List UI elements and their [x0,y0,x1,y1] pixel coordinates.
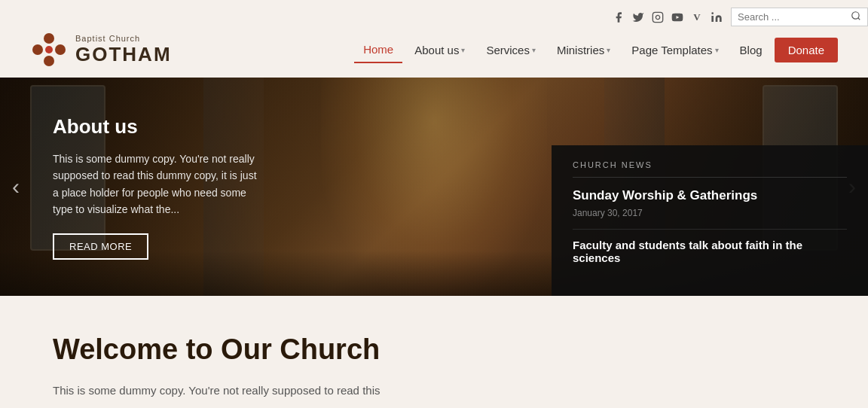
church-news-label: CHURCH NEWS [573,160,847,178]
search-input[interactable] [738,11,851,23]
youtube-icon[interactable] [671,11,684,24]
welcome-body: This is some dummy copy. You're not real… [53,381,815,400]
logo[interactable]: Baptist Church GOTHAM [30,31,172,69]
chevron-down-icon-about: ▾ [461,46,465,54]
svg-line-5 [858,18,860,20]
hero-content: About us This is some dummy copy. You're… [53,115,264,260]
church-news-panel: CHURCH NEWS Sunday Worship & Gatherings … [552,145,868,296]
welcome-title: Welcome to Our Church [53,333,815,366]
top-bar: V [0,0,868,31]
social-icons: V [612,11,723,24]
linkedin-icon[interactable] [710,11,723,24]
news-item-1-date: January 30, 2017 [573,208,847,218]
news-item-1: Sunday Worship & Gatherings January 30, … [573,188,847,218]
logo-text: Baptist Church GOTHAM [75,34,172,66]
nav-item-page-templates[interactable]: Page Templates ▾ [622,38,727,62]
slide-prev-button[interactable]: ‹ [12,174,20,199]
news-item-1-title[interactable]: Sunday Worship & Gatherings [573,188,847,203]
logo-icon [30,31,68,69]
svg-rect-0 [653,12,662,22]
instagram-icon[interactable] [651,11,665,24]
hero-button-label: READ MORE [69,241,132,252]
nav-templates-label: Page Templates [631,44,712,56]
hero-body: This is some dummy copy. You're not real… [53,151,264,218]
svg-point-3 [711,12,714,14]
nav-home-label: Home [363,43,393,56]
welcome-section: Welcome to Our Church This is some dummy… [53,333,815,400]
chevron-down-icon-ministries: ▾ [607,46,610,54]
nav-item-ministries[interactable]: Ministries ▾ [548,38,619,62]
svg-point-7 [44,56,54,66]
hero-section: About us This is some dummy copy. You're… [0,78,868,296]
svg-point-6 [44,33,54,44]
nav-item-about[interactable]: About us ▾ [405,38,474,62]
header: V Ba [0,0,868,78]
nav-donate-label: Donate [788,44,824,56]
nav-services-label: Services [486,44,530,56]
nav-item-donate[interactable]: Donate [775,38,838,62]
main-nav: Home About us ▾ Services ▾ Ministries ▾ … [354,37,838,63]
chevron-left-icon: ‹ [12,174,20,199]
vimeo-icon[interactable]: V [690,11,704,24]
facebook-icon[interactable] [612,11,625,24]
nav-item-services[interactable]: Services ▾ [477,38,545,62]
logo-nav-bar: Baptist Church GOTHAM Home About us ▾ Se… [0,31,868,78]
news-item-2-title[interactable]: Faculty and students talk about faith in… [573,239,847,264]
search-form[interactable] [731,8,868,26]
nav-about-label: About us [414,44,459,56]
chevron-down-icon-templates: ▾ [715,46,719,54]
bottom-content: Welcome to Our Church This is some dummy… [0,296,868,408]
nav-item-home[interactable]: Home [354,37,402,63]
chevron-down-icon-services: ▾ [532,46,536,54]
svg-point-4 [852,12,859,19]
twitter-icon[interactable] [631,11,645,24]
news-item-2: Faculty and students talk about faith in… [573,229,847,264]
nav-ministries-label: Ministries [557,44,604,56]
nav-item-blog[interactable]: Blog [731,38,772,62]
hero-read-more-button[interactable]: READ MORE [53,233,148,260]
svg-point-10 [45,46,53,53]
logo-title: GOTHAM [75,43,172,66]
nav-blog-label: Blog [740,44,763,56]
search-button[interactable] [851,11,861,23]
logo-subtitle: Baptist Church [75,34,172,43]
svg-point-9 [55,44,66,55]
svg-point-8 [32,44,43,55]
hero-title: About us [53,115,264,139]
